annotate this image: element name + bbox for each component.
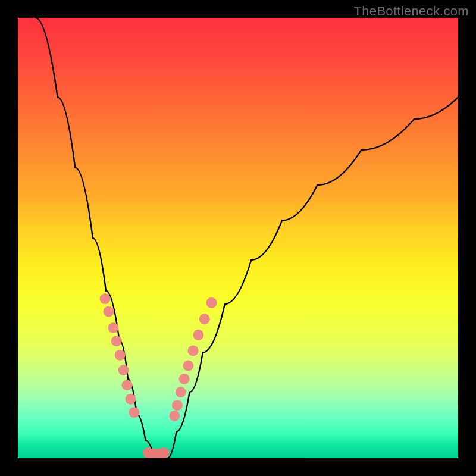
- data-point: [172, 400, 183, 411]
- left-curve: [36, 18, 155, 458]
- data-point: [100, 293, 111, 304]
- chart-svg: [18, 18, 458, 458]
- data-point: [179, 374, 190, 384]
- data-point: [118, 365, 129, 375]
- data-point: [188, 345, 199, 356]
- data-point: [193, 330, 203, 340]
- data-point: [108, 322, 119, 333]
- data-point: [129, 407, 139, 418]
- right-dot-cluster: [169, 298, 217, 421]
- bottom-dot-cluster: [143, 447, 170, 458]
- data-point: [125, 394, 136, 405]
- data-point: [183, 361, 193, 371]
- data-point: [176, 387, 186, 397]
- watermark-text: TheBottleneck.com: [354, 4, 469, 19]
- data-point: [122, 380, 133, 390]
- data-point: [115, 350, 126, 361]
- data-point: [169, 411, 180, 421]
- left-dot-cluster: [100, 293, 140, 418]
- plot-area: [18, 18, 458, 458]
- chart-frame: TheBottleneck.com: [0, 0, 476, 476]
- data-point: [199, 314, 210, 324]
- curve-group: [36, 18, 458, 458]
- right-curve: [168, 97, 458, 458]
- data-point: [159, 447, 170, 458]
- data-point: [103, 306, 114, 317]
- data-point: [111, 336, 122, 346]
- data-point: [206, 298, 217, 308]
